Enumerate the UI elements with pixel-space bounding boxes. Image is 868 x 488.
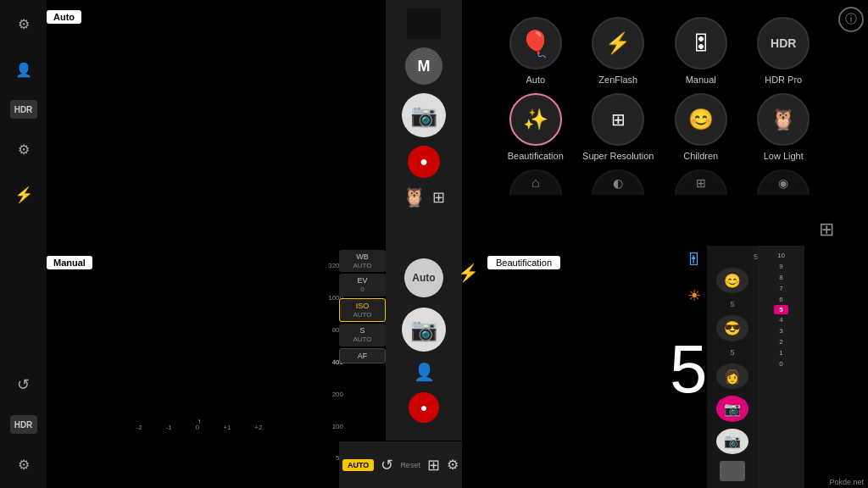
auto-circle-button[interactable]: Auto <box>404 258 443 297</box>
sync-icon[interactable]: ↺ <box>8 369 39 400</box>
exp-plus1: +1 <box>223 424 231 431</box>
auto-mode-badge: Auto <box>47 10 81 24</box>
flash-icon[interactable]: ⚡ <box>8 180 39 210</box>
grid-bottom-icon[interactable]: ⊞ <box>427 456 440 474</box>
s-param[interactable]: SAUTO <box>339 324 386 346</box>
rotate-bottom-icon[interactable]: ↺ <box>381 456 393 474</box>
mode-zenflash[interactable]: ⚡ ZenFlash <box>581 17 656 85</box>
beautification-value: 5 <box>670 330 708 408</box>
record-button[interactable]: ● <box>408 146 440 178</box>
sun-icon[interactable]: ☀ <box>687 286 701 305</box>
mode-beautification[interactable]: ✨ Beautification <box>498 93 573 161</box>
settings-bottom-icon[interactable]: ⚙ <box>8 449 39 480</box>
shutter-button[interactable]: 📷 <box>402 93 446 137</box>
mode-selection-panel: 🎈 Auto ⚡ ZenFlash 🎛 Manual HDR HDR Pro <box>481 0 837 254</box>
slider-4: 4 <box>779 314 782 325</box>
beau-camera-active[interactable]: 📷 <box>716 396 748 421</box>
slider-5-active: 5 <box>774 305 787 314</box>
mode-manual[interactable]: 🎛 Manual <box>664 17 738 85</box>
dark-preview-square <box>407 8 441 39</box>
settings-center-bottom[interactable]: ⚙ <box>447 457 459 473</box>
person-icon[interactable]: 👤 <box>414 362 435 382</box>
account-icon[interactable]: 👤 <box>8 54 39 85</box>
left-sidebar: ⚙ 👤 HDR ⚙ ⚡ ↺ HDR ⚙ <box>0 0 47 488</box>
mode-auto[interactable]: 🎈 Auto <box>498 17 573 85</box>
face-icon-2[interactable]: 😎 <box>716 315 748 341</box>
face-icon-3[interactable]: 👩 <box>716 363 748 389</box>
auto-bottom-badge[interactable]: AUTO <box>342 459 374 471</box>
slider-3: 3 <box>779 325 782 336</box>
slider-7: 7 <box>779 283 782 294</box>
slider-6: 6 <box>779 294 782 305</box>
mode-beautification-label: Beautification <box>508 151 564 161</box>
hdr-bottom-icon[interactable]: HDR <box>10 415 37 434</box>
mode-superres-label: Super Resolution <box>582 151 654 161</box>
mode-hdrpro-label: HDR Pro <box>765 75 802 85</box>
beautification-controls: 5 😊 5 😎 5 👩 📷 📷 <box>707 246 758 488</box>
mode-super-resolution[interactable]: ⊞ Super Resolution <box>581 93 656 161</box>
mode-time[interactable]: ◐ <box>581 169 656 195</box>
mode-zenflash-label: ZenFlash <box>598 75 637 85</box>
watermark: Pokde.net <box>829 478 864 486</box>
slider-0: 0 <box>779 358 782 369</box>
iso-200: 200 <box>332 391 343 398</box>
hdr-icon[interactable]: HDR <box>10 100 37 119</box>
slider-1: 1 <box>779 347 782 358</box>
mode-more[interactable]: ◉ <box>747 169 821 195</box>
beautification-slider[interactable]: 10 9 8 7 6 5 4 3 2 1 0 <box>758 246 804 488</box>
tune-icon[interactable]: 🎚 <box>686 250 703 269</box>
ev-param[interactable]: EV0 <box>339 274 386 296</box>
mode-hdr-pro[interactable]: HDR HDR Pro <box>747 17 821 85</box>
info-button[interactable]: ⓘ <box>838 7 864 32</box>
mode-low-light[interactable]: 🦉 Low Light <box>747 93 821 161</box>
mode-auto-label: Auto <box>526 75 545 85</box>
mode-grid: 🎈 Auto ⚡ ZenFlash 🎛 Manual HDR HDR Pro <box>490 8 829 169</box>
exp-plus2: +2 <box>254 424 262 431</box>
mode-panorama[interactable]: ⌂ <box>498 169 573 195</box>
exp-minus1: -1 <box>166 424 172 431</box>
record-button-2[interactable]: ● <box>409 392 439 423</box>
mode-lowlight-label: Low Light <box>764 151 804 161</box>
mode-children-label: Children <box>683 151 718 161</box>
face-icon-1[interactable]: 😊 <box>716 268 748 293</box>
beau-score-2: 5 <box>730 300 734 308</box>
adjust-controls: 🎚 ☀ <box>686 250 703 305</box>
beau-preview-sq <box>720 461 745 481</box>
slider-10: 10 <box>777 250 785 261</box>
owl-icon[interactable]: 🦉 <box>403 186 426 208</box>
exp-minus2: -2 <box>136 424 142 431</box>
manual-param-labels: WBAUTO EV0 ISOAUTO SAUTO AF <box>339 250 386 363</box>
slider-2: 2 <box>779 336 782 347</box>
wb-param[interactable]: WBAUTO <box>339 250 386 272</box>
grid-top-right-icon[interactable]: ⊞ <box>819 219 834 241</box>
af-param[interactable]: AF <box>339 348 386 364</box>
camera-viewfinder: -2 -1 0 +1 +2 ↑ <box>47 0 352 488</box>
settings-mid-icon[interactable]: ⚙ <box>8 134 39 164</box>
manual-mode-badge: Manual <box>47 256 92 269</box>
mode-children[interactable]: 😊 Children <box>664 93 738 161</box>
slider-9: 9 <box>779 261 782 272</box>
beau-score-3: 5 <box>730 348 734 357</box>
slider-8: 8 <box>779 272 782 283</box>
beautification-badge: Beautification <box>487 256 560 269</box>
iso-param[interactable]: ISOAUTO <box>339 298 386 322</box>
mode-grid2[interactable]: ⊞ <box>664 169 738 195</box>
manual-mode-button[interactable]: M <box>405 47 442 85</box>
flash-manual-icon[interactable]: ⚡ <box>458 263 479 283</box>
reset-label: Reset <box>400 461 420 469</box>
shutter-button-2[interactable]: 📷 <box>402 308 446 352</box>
grid-icon-top[interactable]: ⊞ <box>432 188 445 207</box>
mode-manual-label: Manual <box>686 75 716 85</box>
beau-camera-white[interactable]: 📷 <box>716 429 748 454</box>
iso-100: 100 <box>332 423 343 430</box>
settings-top-icon[interactable]: ⚙ <box>8 8 39 39</box>
beau-score-label: 5 <box>707 252 758 261</box>
